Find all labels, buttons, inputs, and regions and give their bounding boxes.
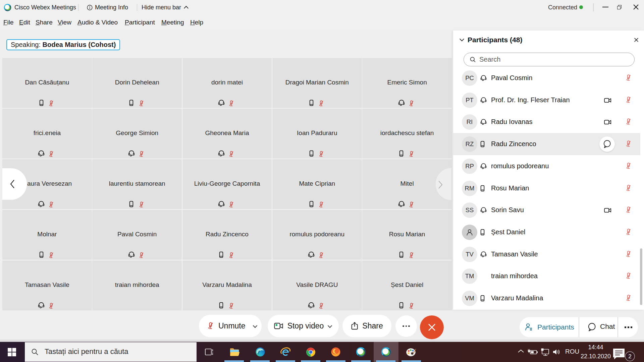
svg-text:2: 2 (628, 353, 631, 360)
